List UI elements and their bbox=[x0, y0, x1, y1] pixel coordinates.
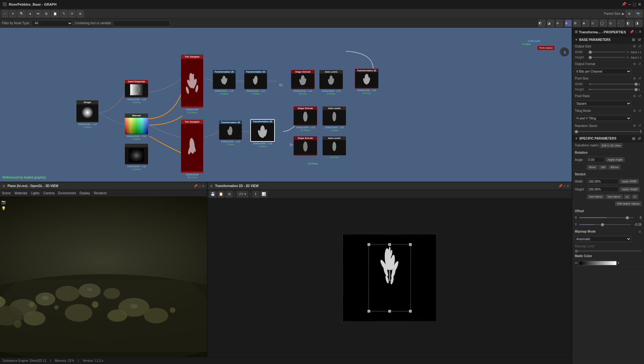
minimize-btn[interactable]: ─ bbox=[628, 2, 631, 7]
outsize-icon2[interactable]: ↺ bbox=[638, 45, 641, 48]
node-shape-extrude-2[interactable]: Shape Extrude 2048x2048 - L16 51.85ms bbox=[293, 106, 317, 132]
props-pin-icon[interactable]: 📌 bbox=[630, 30, 634, 34]
seed-icon1[interactable]: ⚙ bbox=[632, 124, 636, 127]
f2-btn[interactable]: /2 bbox=[632, 195, 638, 199]
icon-filter-1[interactable]: ◩ bbox=[538, 20, 545, 27]
chart-btn[interactable]: 📊 bbox=[260, 191, 267, 197]
offset-x-slider[interactable] bbox=[579, 217, 634, 218]
node-manual[interactable]: Manual 2048x2048 - C16 6.29ms bbox=[125, 113, 148, 141]
node-trans2d-out[interactable]: Transformation 2D 2048x2048 - L16 0.11ms bbox=[355, 69, 379, 95]
view2d-close-icon[interactable]: ✕ bbox=[567, 184, 569, 188]
specific-icon1[interactable]: ⊞ bbox=[631, 136, 636, 141]
icon-filter-2[interactable]: ◪ bbox=[547, 20, 554, 27]
ratio-icon1[interactable]: ⚙ bbox=[632, 94, 636, 98]
grid-2d-btn[interactable]: ⊞ bbox=[226, 191, 233, 197]
rot-180-btn[interactable]: 180 bbox=[599, 165, 607, 169]
handle-tl[interactable] bbox=[368, 243, 370, 246]
menu-environment[interactable]: Environment bbox=[58, 191, 76, 195]
menu-display[interactable]: Display bbox=[80, 191, 90, 195]
mipmap-mode-select[interactable]: Automatic bbox=[575, 236, 631, 242]
view-2d-viewport[interactable] bbox=[208, 199, 572, 357]
props-scroll[interactable]: ▼ BASE PARAMETERS ⚙ ↺ Output Size ⚙ ↺ bbox=[572, 36, 644, 364]
pencil-icon[interactable]: ✏ bbox=[575, 261, 578, 265]
width-slider[interactable] bbox=[589, 52, 625, 52]
pixsize-icon1[interactable]: ⚙ bbox=[632, 77, 636, 80]
tiling-mode-select[interactable]: H and V Tiling bbox=[575, 115, 631, 121]
copy-btn[interactable]: 📋 bbox=[51, 10, 59, 17]
menu-scene[interactable]: Scene bbox=[2, 191, 11, 195]
apply-height-btn[interactable]: Apply Height bbox=[620, 187, 640, 191]
handle-br[interactable] bbox=[409, 310, 412, 312]
node-invert-gray[interactable]: Invert Grayscale 2048x2048 - L16 0.62ms bbox=[125, 80, 148, 104]
specific-icon2[interactable]: ↺ bbox=[637, 136, 641, 141]
menu-camera[interactable]: Camera bbox=[43, 191, 55, 195]
icon-filter-6[interactable]: ◈ bbox=[582, 20, 589, 27]
px-height-slider[interactable] bbox=[589, 89, 637, 90]
icon-filter-5[interactable]: ⊞ bbox=[574, 20, 580, 27]
edit-btn[interactable]: ✎ bbox=[60, 10, 67, 17]
node-auto-levels-2[interactable]: Auto Levels 2048x2048 - L16 1.14ms bbox=[322, 106, 346, 132]
save-2d-btn[interactable]: 💾 bbox=[209, 191, 216, 197]
mipmap-mode-icon[interactable]: ≡ bbox=[638, 229, 641, 234]
record-btn[interactable]: ● bbox=[27, 10, 33, 17]
offset-y-slider[interactable] bbox=[579, 224, 631, 225]
icon-filter-7[interactable]: ⊙ bbox=[591, 20, 598, 27]
edit-2d-view-btn[interactable]: Edit in 2D View bbox=[600, 143, 623, 148]
edit-matrix-btn[interactable]: Edit Matrix Values bbox=[615, 201, 641, 206]
pixsize-icon2[interactable]: ↺ bbox=[638, 77, 641, 80]
rot-90cw-btn[interactable]: 90cw bbox=[587, 165, 597, 169]
node-tile-sampler-2[interactable]: Tile Sampler 2048x2048 36.77ms bbox=[181, 119, 203, 179]
view2d-expand-icon[interactable]: □ bbox=[564, 184, 565, 188]
view3d-close-icon[interactable]: ✕ bbox=[202, 184, 204, 188]
icon-filter-11[interactable]: ◧ bbox=[626, 20, 633, 27]
tiling-icon1[interactable]: ⚙ bbox=[632, 109, 636, 113]
icon-filter-12[interactable]: ◨ bbox=[635, 20, 642, 27]
home-btn[interactable]: ⌂ bbox=[2, 10, 8, 17]
copy-2d-btn[interactable]: 📋 bbox=[218, 191, 225, 197]
node-action-2[interactable]: 🔗 bbox=[264, 119, 269, 120]
base-params-header[interactable]: ▼ BASE PARAMETERS ⚙ ↺ bbox=[572, 36, 644, 43]
view3d-btn[interactable]: ⊕ bbox=[626, 10, 633, 17]
pin-icon[interactable]: 📌 bbox=[622, 2, 626, 7]
node-action-1[interactable]: 📋 bbox=[257, 119, 262, 120]
node-trans2d-2[interactable]: Transformation 2D 2048x2048 - L16 1.43ms bbox=[244, 70, 267, 95]
search-btn[interactable]: 🔍 bbox=[18, 10, 26, 17]
tiling-icon2[interactable]: ↺ bbox=[638, 109, 641, 113]
format-icon2[interactable]: ↺ bbox=[638, 62, 641, 66]
view3d-pin-icon[interactable]: 📌 bbox=[194, 184, 197, 188]
swap-btn[interactable]: ⇆ bbox=[35, 10, 42, 17]
close2-btn[interactable]: ⊗ bbox=[77, 10, 84, 17]
stretch-height-input[interactable] bbox=[587, 186, 619, 192]
containing-input[interactable] bbox=[113, 20, 170, 26]
apply-angle-btn[interactable]: Apply Angle bbox=[606, 157, 625, 162]
output-format-select[interactable]: 8 Bits per Channel bbox=[575, 69, 631, 74]
x2-btn[interactable]: x2 bbox=[624, 195, 631, 199]
height-slider[interactable] bbox=[589, 57, 625, 58]
node-tile-sampler-1[interactable]: Tile Sampler bbox=[181, 54, 203, 114]
ratio-icon2[interactable]: ↺ bbox=[638, 94, 641, 98]
maximize-btn[interactable]: □ bbox=[633, 2, 636, 7]
menu-materials[interactable]: Materials bbox=[14, 191, 27, 195]
base-icon-2[interactable]: ↺ bbox=[637, 38, 641, 42]
icon-filter-8[interactable]: ◯ bbox=[600, 20, 607, 27]
px-width-slider[interactable] bbox=[589, 84, 637, 85]
node-shape-extrude-1[interactable]: Shape Extrude 2048x2048 - L16 50.7ms bbox=[291, 70, 315, 95]
apply-width-btn[interactable]: Apply Width bbox=[620, 179, 639, 184]
uv-btn[interactable]: UV ▾ bbox=[237, 191, 248, 197]
view3d-expand-icon[interactable]: □ bbox=[199, 184, 201, 188]
props-close-icon[interactable]: ✕ bbox=[639, 30, 641, 34]
node-trans2d-1[interactable]: Transformation 2D 2048x2048 - L16 0.18ms bbox=[213, 70, 236, 95]
handle-bl[interactable] bbox=[368, 310, 370, 312]
mipmap-level-slider[interactable] bbox=[575, 251, 641, 251]
hori-mirror-btn[interactable]: Hori Mirror bbox=[587, 195, 604, 199]
camera-viewport-icon[interactable]: 📷 bbox=[1, 200, 6, 204]
specific-params-header[interactable]: ▼ SPECIFIC PARAMETERS ⊞ ↺ bbox=[572, 135, 644, 142]
icon-filter-10[interactable]: ◦ bbox=[618, 20, 625, 27]
view2d-pin-icon[interactable]: 📌 bbox=[558, 184, 562, 188]
base-icon-1[interactable]: ⚙ bbox=[631, 38, 636, 42]
menu-renderer[interactable]: Renderer bbox=[94, 191, 107, 195]
light-viewport-icon[interactable]: 💡 bbox=[1, 206, 6, 211]
close-btn[interactable]: ✕ bbox=[638, 2, 641, 7]
info-btn[interactable]: ℹ bbox=[252, 191, 259, 197]
pixel-ratio-select[interactable]: Square bbox=[575, 101, 631, 106]
